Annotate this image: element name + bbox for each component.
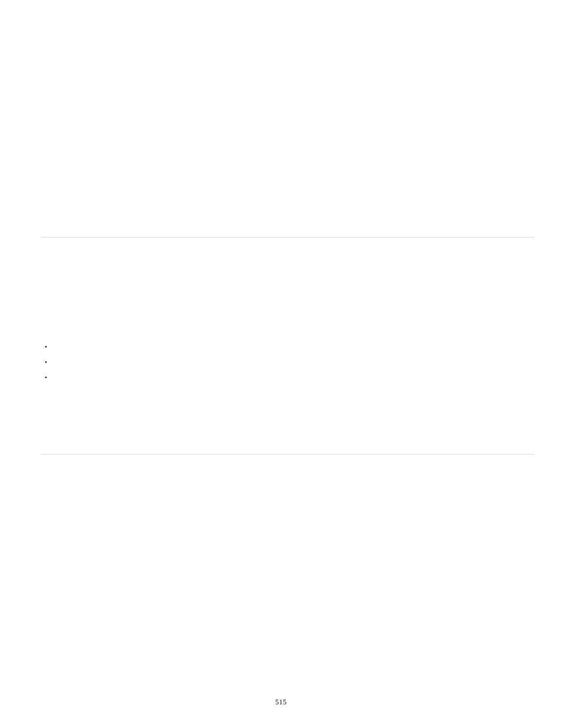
list-item xyxy=(45,374,47,381)
bullet-list xyxy=(45,343,47,389)
list-item xyxy=(45,343,47,350)
list-item xyxy=(45,358,47,365)
document-page: 515 xyxy=(0,0,562,728)
horizontal-rule xyxy=(41,454,534,454)
page-number: 515 xyxy=(0,698,562,707)
horizontal-rule xyxy=(41,237,534,238)
